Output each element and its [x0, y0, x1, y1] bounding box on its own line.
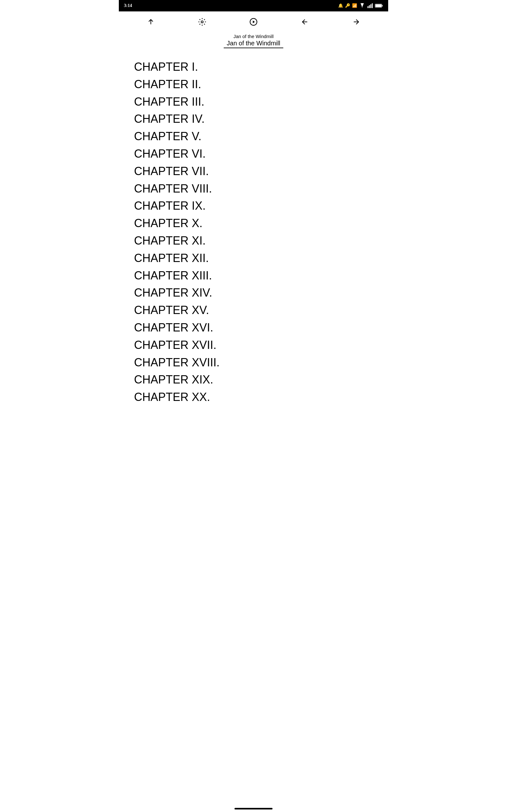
status-time: 3:14 [124, 3, 132, 8]
chapter-item[interactable]: CHAPTER XI. [134, 234, 373, 248]
svg-rect-3 [372, 3, 373, 8]
home-indicator [234, 808, 273, 809]
book-title-large: Jan of the Windmill [224, 40, 284, 48]
vpn-icon: 🔑 [345, 3, 350, 8]
play-button[interactable] [247, 16, 260, 28]
svg-rect-5 [382, 5, 383, 6]
svg-rect-0 [368, 6, 369, 8]
chapter-item[interactable]: CHAPTER XII. [134, 251, 373, 266]
notification-icon: 🔔 [338, 3, 343, 8]
sim-icon: 📶 [352, 3, 357, 8]
chapter-item[interactable]: CHAPTER IV. [134, 112, 373, 126]
wifi-icon [359, 3, 365, 8]
chapter-item[interactable]: CHAPTER II. [134, 77, 373, 92]
svg-rect-1 [369, 5, 370, 8]
chapter-item[interactable]: CHAPTER XVI. [134, 320, 373, 335]
svg-point-8 [201, 21, 204, 23]
chapter-item[interactable]: CHAPTER V. [134, 129, 373, 144]
book-title-small: Jan of the Windmill [125, 34, 382, 39]
svg-rect-2 [371, 4, 372, 8]
chapter-item[interactable]: CHAPTER XV. [134, 303, 373, 318]
chapter-item[interactable]: CHAPTER VI. [134, 147, 373, 161]
chapter-list: CHAPTER I.CHAPTER II.CHAPTER III.CHAPTER… [119, 53, 388, 426]
chapter-item[interactable]: CHAPTER III. [134, 95, 373, 109]
chapter-item[interactable]: CHAPTER XX. [134, 390, 373, 405]
chapter-item[interactable]: CHAPTER XVIII. [134, 355, 373, 370]
chapter-item[interactable]: CHAPTER IX. [134, 199, 373, 213]
chapter-item[interactable]: CHAPTER XVII. [134, 338, 373, 353]
chapter-item[interactable]: CHAPTER VIII. [134, 182, 373, 196]
chapter-item[interactable]: CHAPTER X. [134, 216, 373, 231]
book-title-area: Jan of the Windmill Jan of the Windmill [119, 32, 388, 53]
chapter-item[interactable]: CHAPTER XIV. [134, 286, 373, 300]
forward-button[interactable] [350, 16, 362, 28]
svg-rect-6 [376, 4, 381, 7]
toolbar [119, 11, 388, 32]
chapter-item[interactable]: CHAPTER XIX. [134, 372, 373, 387]
settings-button[interactable] [196, 16, 208, 28]
chapter-item[interactable]: CHAPTER VII. [134, 164, 373, 179]
back-button[interactable] [299, 16, 311, 28]
signal-icon [367, 3, 373, 8]
up-button[interactable] [145, 16, 157, 28]
battery-icon [375, 3, 383, 8]
svg-marker-10 [253, 20, 255, 23]
chapter-item[interactable]: CHAPTER XIII. [134, 268, 373, 283]
chapter-item[interactable]: CHAPTER I. [134, 60, 373, 74]
status-bar: 3:14 🔔 🔑 📶 [119, 0, 388, 11]
status-icons: 🔔 🔑 📶 [338, 3, 383, 8]
